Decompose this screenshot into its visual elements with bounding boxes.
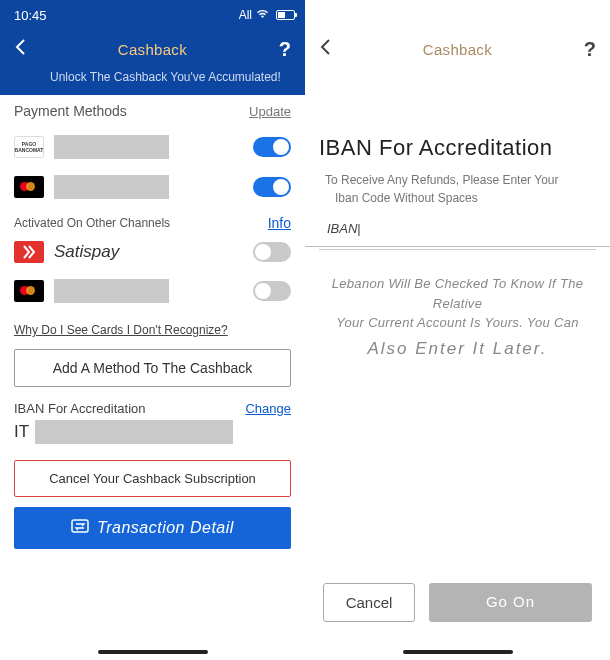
other-channel-label: Satispay [54,242,119,262]
other-channels-title: Activated On Other Channels [14,216,170,230]
payment-method-row [0,167,305,207]
iban-section-header: IBAN For Accreditation Change [0,393,305,420]
go-on-button[interactable]: Go On [429,583,592,622]
screen-cashback-main: 10:45 All Cashback ? Unlock The Cashback… [0,0,305,660]
page-title: Cashback [118,41,187,58]
iban-prefix: IT [14,422,29,442]
mastercard-icon [14,280,44,302]
wifi-icon [256,9,269,21]
iban-label: IBAN For Accreditation [14,401,146,416]
transaction-label: Transaction Detail [97,519,234,537]
other-channel-row: Satispay [0,233,305,271]
mastercard-icon [14,176,44,198]
iban-heading: IBAN For Accreditation [305,123,610,173]
masked-card-number [54,175,169,199]
cancel-subscription-button[interactable]: Cancel Your Cashback Subscription [14,460,291,497]
change-iban-link[interactable]: Change [245,401,291,416]
home-indicator[interactable] [98,650,208,654]
masked-card-number [54,279,169,303]
iban-caution: Lebanon Will Be Checked To Know If The R… [305,250,610,361]
transaction-icon [71,517,89,539]
iban-desc-line1: To Receive Any Refunds, Please Enter You… [305,173,610,191]
update-link[interactable]: Update [249,104,291,119]
info-link[interactable]: Info [268,215,291,231]
why-cards-link[interactable]: Why Do I See Cards I Don't Recognize? [0,311,305,343]
help-icon[interactable]: ? [584,38,596,61]
iban-value-row: IT [0,420,305,454]
home-indicator[interactable] [403,650,513,654]
screen-iban-entry: Cashback ? IBAN For Accreditation To Rec… [305,0,610,660]
status-time: 10:45 [14,8,47,23]
transaction-detail-button[interactable]: Transaction Detail [14,507,291,549]
status-carrier: All [239,8,252,22]
masked-iban [35,420,233,444]
bottom-actions: Cancel Go On [305,583,610,622]
caution-line1: Lebanon Will Be Checked To Know If The R… [332,276,583,311]
other-channel-row [0,271,305,311]
cancel-button[interactable]: Cancel [323,583,415,622]
back-icon[interactable] [14,38,26,61]
payment-toggle[interactable] [253,137,291,157]
payment-methods-title: Payment Methods [14,103,127,119]
status-right: All [239,8,295,22]
battery-icon [273,10,295,20]
channel-toggle[interactable] [253,242,291,262]
help-icon[interactable]: ? [279,38,291,61]
unlock-banner: Unlock The Cashback You've Accumulated! [0,70,295,92]
payment-method-row: PAGOBANCOMAT [0,127,305,167]
bancomat-icon: PAGOBANCOMAT [14,136,44,158]
satispay-icon [14,241,44,263]
add-method-button[interactable]: Add A Method To The Cashback [14,349,291,387]
iban-input-label: IBAN [327,221,357,236]
channel-toggle[interactable] [253,281,291,301]
status-bar: 10:45 All [0,0,305,28]
app-header: 10:45 All Cashback ? Unlock The Cashback… [0,0,305,95]
title-row: Cashback ? [305,28,610,64]
title-row: Cashback ? [0,28,305,64]
masked-card-number [54,135,169,159]
back-icon[interactable] [319,38,331,61]
app-header: Cashback ? [305,28,610,123]
iban-desc-line2: Iban Code Without Spaces [305,191,610,209]
iban-input[interactable]: IBAN| [305,213,610,247]
payment-toggle[interactable] [253,177,291,197]
caution-line2: Your Current Account Is Yours. You Can [336,315,578,330]
svg-rect-0 [72,520,88,532]
payment-methods-header: Payment Methods Update [0,95,305,127]
caution-line3: Also Enter It Later. [319,336,596,362]
other-channels-header: Activated On Other Channels Info [0,207,305,233]
page-title: Cashback [423,41,492,58]
